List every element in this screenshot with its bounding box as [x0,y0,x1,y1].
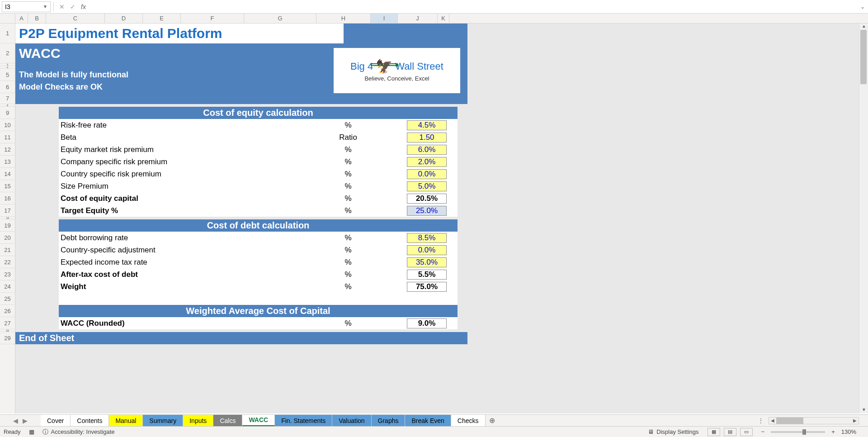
row-value[interactable]: 1.50 [407,133,447,142]
row-header-2[interactable]: 2 [0,43,15,63]
row-header-9[interactable]: 9 [0,107,15,119]
row-value[interactable]: 25.0% [407,206,447,216]
view-page-layout-button[interactable]: ▤ [724,428,736,436]
row-header-1[interactable]: 1 [0,24,15,43]
row-value[interactable]: 5.0% [407,181,447,191]
sheet-tab-fin-statements[interactable]: Fin. Statements [275,415,332,427]
name-box[interactable]: I3 ▼ [2,1,51,12]
row-header-14[interactable]: 14 [0,168,15,180]
sheet-tab-inputs[interactable]: Inputs [183,415,213,427]
row-header-10[interactable]: 10 [0,119,15,131]
col-header-E[interactable]: E [143,14,181,23]
row-value[interactable]: 20.5% [407,194,447,204]
sheet-tab-graphs[interactable]: Graphs [372,415,406,427]
display-settings-button[interactable]: 🖥 Display Settings [648,428,698,435]
col-header-G[interactable]: G [244,14,316,23]
zoom-in-button[interactable]: + [831,428,835,435]
sheet-tab-calcs[interactable]: Calcs [213,415,242,427]
row-header-12[interactable]: 12 [0,143,15,156]
data-row: Expected income tax rate%35.0% [59,256,458,268]
row-header-21[interactable]: 21 [0,244,15,256]
row-header-29[interactable]: 29 [0,332,15,344]
data-row: Country specific risk premium%0.0% [59,168,458,180]
col-header-H[interactable]: H [316,14,371,23]
hscroll-right-icon[interactable]: ▶ [851,418,859,423]
row-header-19[interactable]: 19 [0,219,15,232]
row-header-6[interactable]: 6 [0,81,15,93]
hscroll-thumb[interactable] [776,418,803,424]
zoom-slider[interactable] [771,431,825,433]
row-header-17[interactable]: 17 [0,204,15,217]
row-header-22[interactable]: 22 [0,256,15,268]
col-header-B[interactable]: B [28,14,46,23]
row-unit: % [316,170,380,179]
row-value[interactable]: 9.0% [407,318,447,328]
row-value[interactable]: 0.0% [407,245,447,255]
row-header-15[interactable]: 15 [0,180,15,192]
cancel-icon[interactable]: ✕ [57,1,67,12]
row-value[interactable]: 5.5% [407,270,447,280]
hscroll-left-icon[interactable]: ◀ [769,418,776,423]
col-header-C[interactable]: C [46,14,105,23]
row-header-16[interactable]: 16 [0,192,15,204]
scroll-down-icon[interactable]: ▼ [859,407,868,413]
chevron-down-icon[interactable]: ▼ [43,4,47,9]
row-header-20[interactable]: 20 [0,232,15,244]
row-header-23[interactable]: 23 [0,268,15,280]
select-all-corner[interactable] [0,14,15,23]
scroll-thumb[interactable] [860,30,867,84]
row-header-5[interactable]: 5 [0,69,15,81]
sheet-tab-valuation[interactable]: Valuation [332,415,371,427]
zoom-out-button[interactable]: − [761,428,765,435]
col-header-A[interactable]: A [15,14,28,23]
col-header-J[interactable]: J [398,14,438,23]
row-value[interactable]: 2.0% [407,157,447,167]
sheet-tab-manual[interactable]: Manual [109,415,143,427]
row-value[interactable]: 4.5% [407,120,447,130]
horizontal-scrollbar[interactable]: ◀ ▶ [769,417,859,424]
scroll-up-icon[interactable]: ▲ [859,24,868,30]
tabs-overflow-icon[interactable]: ⋮ [753,417,769,424]
row-header-7[interactable]: 7 [0,93,15,104]
add-sheet-button[interactable]: ⊕ [486,416,499,425]
column-headers: ABCDEFGHIJK [0,14,868,24]
formula-input[interactable] [86,1,857,12]
sheet-tab-checks[interactable]: Checks [451,415,486,427]
check-icon[interactable]: ✓ [67,1,78,12]
row-value[interactable]: 6.0% [407,145,447,155]
row-header-25[interactable]: 25 [0,293,15,305]
tab-next-icon[interactable]: ▶ [23,417,28,424]
col-header-D[interactable]: D [105,14,143,23]
view-page-break-button[interactable]: ▭ [740,428,753,436]
macro-icon[interactable]: ▦ [29,428,34,435]
section-header: Cost of equity calculation [59,107,458,119]
col-header-F[interactable]: F [181,14,244,23]
expand-formula-icon[interactable]: ⌄ [857,4,868,10]
fx-icon[interactable]: fx [81,3,86,10]
row-header-26[interactable]: 26 [0,305,15,317]
cells-area[interactable]: P2P Equipment Rental Platform WACC The M… [15,24,868,413]
row-value[interactable]: 35.0% [407,257,447,267]
row-value[interactable]: 8.5% [407,233,447,243]
sheet-tab-summary[interactable]: Summary [143,415,183,427]
sheet-tab-contents[interactable]: Contents [71,415,109,427]
row-value[interactable]: 0.0% [407,169,447,179]
row-header-11[interactable]: 11 [0,131,15,143]
accessibility-status[interactable]: ⓘ Accessibility: Investigate [42,428,115,436]
view-normal-button[interactable]: ▦ [708,428,720,436]
vertical-scrollbar[interactable]: ▲ ▼ [859,24,868,413]
sheet-tab-wacc[interactable]: WACC [242,415,275,427]
row-unit: % [316,282,380,291]
row-header-27[interactable]: 27 [0,317,15,329]
tab-nav[interactable]: ◀ ▶ [0,417,41,424]
row-header-24[interactable]: 24 [0,280,15,293]
data-row: WACC (Rounded)%9.0% [59,317,458,329]
data-row: Weight%75.0% [59,280,458,293]
sheet-tab-break-even[interactable]: Break Even [405,415,451,427]
tab-prev-icon[interactable]: ◀ [13,417,18,424]
col-header-I[interactable]: I [371,14,398,23]
row-header-13[interactable]: 13 [0,156,15,168]
sheet-tab-cover[interactable]: Cover [41,415,71,427]
col-header-K[interactable]: K [438,14,449,23]
row-value[interactable]: 75.0% [407,282,447,292]
